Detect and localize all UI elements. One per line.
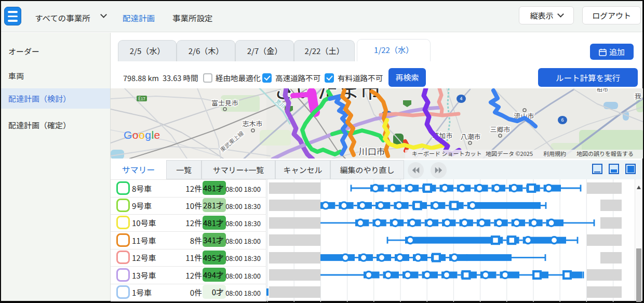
svg-text:E17: E17 [138,96,145,101]
svg-text:志木市: 志木市 [242,118,262,128]
svg-text:6: 6 [561,116,564,123]
svg-text:キーボード ショートカット地図データ ©2025利用規約地図: キーボード ショートカット地図データ ©2025利用規約地図の誤りを報告する [412,149,634,157]
svg-text:柏市: 柏市 [597,88,608,93]
svg-text:川口市: 川口市 [359,144,385,157]
svg-text:八潮市: 八潮市 [460,131,480,141]
svg-text:4: 4 [460,95,463,102]
svg-text:三郷市: 三郷市 [490,124,510,134]
svg-text:我: 我 [634,91,641,101]
svg-text:富士見市: 富士見市 [211,98,238,108]
svg-text:Google: Google [124,129,160,141]
